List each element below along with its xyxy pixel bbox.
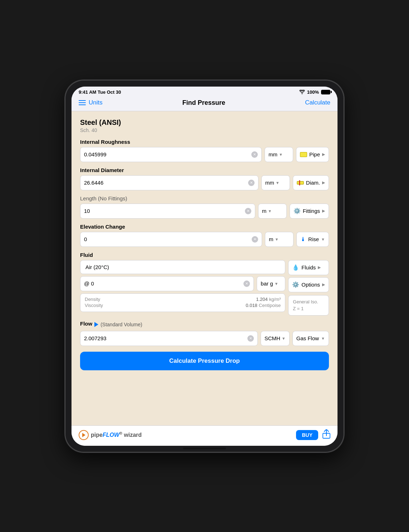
flow-play-icon (94, 322, 98, 327)
fittings-button-arrow: ▶ (322, 209, 325, 213)
logo-text: pipeFLOW® wizard (91, 431, 142, 438)
battery-icon (321, 90, 330, 94)
logo-flow-text: FLOW (103, 432, 119, 438)
calculate-pressure-button[interactable]: Calculate Pressure Drop (80, 352, 329, 370)
internal-roughness-unit-text: mm (268, 151, 277, 157)
elevation-change-label: Elevation Change (80, 224, 329, 230)
pipe-button-arrow: ▶ (322, 152, 325, 157)
fluids-button[interactable]: 💧 Fluids ▶ (288, 260, 329, 275)
length-unit-text: m (262, 208, 267, 214)
flow-row: 2.007293 SCMH ▼ Gas Flow ▼ (80, 331, 329, 346)
fluid-pressure-unit[interactable]: bar g ▼ (257, 276, 285, 291)
general-iso-box: General Iso. Z = 1 (288, 295, 329, 316)
fittings-button[interactable]: ⚙️ Fittings ▶ (290, 204, 329, 219)
options-label: Options (301, 282, 320, 288)
internal-diameter-label: Internal Diameter (80, 167, 329, 173)
logo-circle-icon (79, 430, 89, 440)
fluids-arrow: ▶ (318, 265, 321, 270)
flow-suffix: (Standard Volume) (100, 322, 142, 327)
chevron-down-icon: ▼ (275, 237, 279, 241)
flow-unit[interactable]: SCMH ▼ (261, 331, 290, 346)
length-group: Length (No Fittings) 10 m ▼ ⚙️ Fittings … (80, 195, 329, 219)
pipe-button[interactable]: Pipe ▶ (296, 147, 329, 162)
chevron-down-icon: ▼ (275, 282, 279, 286)
rise-button[interactable]: 🌡 Rise ▼ (296, 232, 329, 247)
gas-flow-chevron: ▼ (321, 336, 325, 341)
fluid-name[interactable]: Air (20°C) (80, 260, 285, 274)
flow-clear[interactable] (247, 335, 254, 342)
status-right: 100% (299, 89, 330, 95)
pipe-color-icon (300, 152, 307, 157)
fittings-icon: ⚙️ (294, 208, 301, 214)
elevation-input[interactable]: 0 (80, 232, 262, 247)
elevation-change-group: Elevation Change 0 m ▼ 🌡 Rise ▼ (80, 224, 329, 247)
logo-pipe-text: pipe (91, 432, 103, 438)
page-title: Find Pressure (182, 99, 225, 107)
flow-label-row: Flow (Standard Volume) (80, 321, 329, 329)
elevation-clear[interactable] (252, 236, 258, 243)
fluid-at-input[interactable]: @ 0 (80, 276, 254, 291)
internal-roughness-input[interactable]: 0.045999 (80, 147, 262, 162)
fluids-label: Fluids (301, 264, 316, 270)
fluid-pressure-unit-text: bar g (261, 280, 273, 287)
flow-group: Flow (Standard Volume) 2.007293 SCMH ▼ G… (80, 321, 329, 346)
chevron-down-icon: ▼ (282, 336, 286, 341)
logo-arrow-icon (82, 433, 85, 437)
fluid-at-value: @ 0 (84, 280, 243, 287)
elevation-unit[interactable]: m ▼ (265, 232, 294, 247)
density-unit: kg/m³ (269, 297, 281, 302)
internal-roughness-row: 0.045999 mm ▼ Pipe ▶ (80, 147, 329, 162)
fluid-at-row: @ 0 bar g ▼ (80, 276, 285, 291)
rise-chevron-icon: ▼ (321, 237, 325, 241)
rise-icon: 🌡 (300, 236, 306, 243)
internal-diameter-row: 26.6446 mm ▼ Diam. ▶ (80, 175, 329, 190)
flow-input[interactable]: 2.007293 (80, 331, 258, 346)
length-label: Length (No Fittings) (80, 195, 329, 201)
elevation-value: 0 (84, 236, 252, 242)
logo-reg-text: ® (119, 431, 122, 435)
options-arrow: ▶ (322, 282, 325, 287)
calculate-nav-button[interactable]: Calculate (305, 99, 330, 106)
diam-button[interactable]: Diam. ▶ (293, 175, 329, 190)
elevation-change-row: 0 m ▼ 🌡 Rise ▼ (80, 232, 329, 247)
length-unit[interactable]: m ▼ (258, 204, 287, 219)
diam-icon (297, 180, 304, 186)
flow-label: Flow (80, 321, 92, 327)
share-icon (322, 429, 330, 439)
density-value: 1.204 (256, 297, 268, 302)
logo: pipeFLOW® wizard (79, 430, 142, 440)
viscosity-label: Viscosity (85, 303, 103, 308)
elevation-unit-text: m (269, 236, 274, 242)
length-row: 10 m ▼ ⚙️ Fittings ▶ (80, 204, 329, 219)
internal-roughness-label: Internal Roughness (80, 139, 329, 145)
internal-roughness-group: Internal Roughness 0.045999 mm ▼ Pipe ▶ (80, 139, 329, 162)
length-value: 10 (84, 208, 245, 214)
options-button[interactable]: ⚙️ Options ▶ (288, 277, 329, 292)
fluid-right-col: 💧 Fluids ▶ ⚙️ Options ▶ General Iso. (288, 260, 329, 316)
internal-roughness-unit[interactable]: mm ▼ (265, 147, 293, 162)
status-bar: 9:41 AM Tue Oct 30 100% (72, 87, 337, 96)
nav-bar: Units Find Pressure Calculate (72, 96, 337, 111)
internal-diameter-value: 26.6446 (84, 180, 248, 186)
internal-diameter-clear[interactable] (248, 180, 255, 186)
share-button[interactable] (322, 429, 330, 441)
flow-unit-text: SCMH (265, 335, 280, 341)
gas-flow-button[interactable]: Gas Flow ▼ (292, 331, 329, 346)
rise-button-label: Rise (308, 236, 319, 242)
chevron-down-icon: ▼ (268, 209, 272, 213)
length-input[interactable]: 10 (80, 204, 255, 219)
internal-roughness-clear[interactable] (251, 151, 258, 158)
units-button[interactable]: Units (79, 99, 103, 106)
diam-button-arrow: ▶ (322, 180, 325, 185)
internal-diameter-unit[interactable]: mm ▼ (261, 175, 290, 190)
buy-button[interactable]: BUY (296, 430, 318, 440)
pipe-material: Steel (ANSI) Sch. 40 (80, 118, 329, 133)
viscosity-value: 0.018 (246, 303, 257, 308)
internal-diameter-input[interactable]: 26.6446 (80, 175, 258, 190)
fluid-at-clear[interactable] (243, 280, 250, 287)
general-iso-line2: Z = 1 (293, 305, 324, 312)
fluid-props-box: Density 1.204 kg/m³ Viscosity 0.018 (80, 293, 285, 312)
gear-icon: ⚙️ (292, 281, 299, 288)
length-clear[interactable] (245, 208, 251, 214)
internal-diameter-group: Internal Diameter 26.6446 mm ▼ (80, 167, 329, 190)
